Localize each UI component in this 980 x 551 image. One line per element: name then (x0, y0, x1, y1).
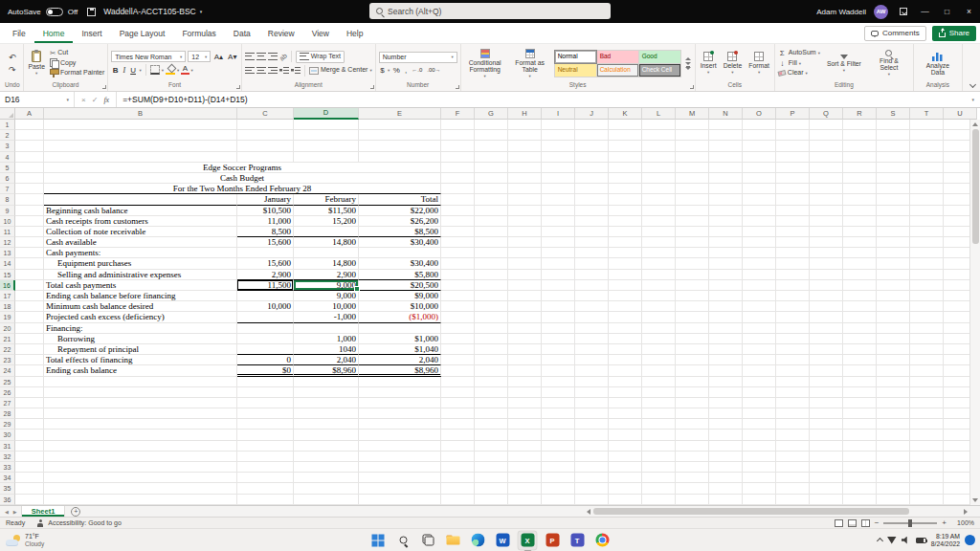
gallery-up-icon[interactable] (685, 57, 691, 60)
cell-f27[interactable] (441, 398, 475, 408)
cell-f13[interactable] (441, 248, 475, 258)
cell-e20[interactable] (359, 323, 441, 334)
cell-m16[interactable] (676, 280, 709, 291)
cell-c4[interactable] (237, 152, 294, 163)
cell-a9[interactable] (15, 206, 44, 216)
cell-g25[interactable] (475, 377, 508, 387)
cell-a27[interactable] (15, 398, 44, 408)
cell-t17[interactable] (910, 291, 944, 301)
cell-h21[interactable] (508, 334, 542, 344)
cell-a2[interactable] (15, 130, 44, 141)
budget-title-line-2[interactable]: Cash Budget (44, 173, 441, 184)
cell-p6[interactable] (776, 173, 810, 184)
cell-q4[interactable] (810, 152, 843, 163)
cell-o11[interactable] (743, 227, 776, 237)
new-sheet-button[interactable]: + (71, 507, 80, 517)
cell-j14[interactable] (575, 258, 609, 269)
cell-c31[interactable] (237, 441, 294, 452)
cell-m35[interactable] (676, 483, 709, 494)
cell-t26[interactable] (910, 387, 944, 398)
cell-s17[interactable] (877, 291, 910, 301)
cell-c24[interactable]: $0 (237, 365, 294, 376)
cell-a6[interactable] (15, 173, 44, 184)
cell-r30[interactable] (843, 430, 877, 440)
cell-k12[interactable] (609, 237, 642, 248)
cell-t4[interactable] (910, 152, 944, 163)
row-header-31[interactable]: 31 (0, 441, 15, 452)
cell-j23[interactable] (575, 355, 609, 365)
cell-k11[interactable] (609, 227, 642, 237)
row-header-4[interactable]: 4 (0, 152, 15, 163)
cell-f29[interactable] (441, 419, 475, 430)
row-header-34[interactable]: 34 (0, 473, 15, 483)
cell-o14[interactable] (743, 258, 776, 269)
cell-g6[interactable] (475, 173, 508, 184)
column-header-l[interactable]: L (642, 108, 676, 120)
cell-r21[interactable] (843, 334, 877, 344)
vertical-scrollbar[interactable] (969, 120, 980, 505)
cell-k19[interactable] (609, 312, 642, 322)
format-as-table-button[interactable]: Format as Table ▾ (509, 49, 551, 78)
insert-function-button[interactable]: fx (103, 96, 109, 104)
cell-r32[interactable] (843, 452, 877, 462)
cell-h11[interactable] (508, 227, 542, 237)
cell-t30[interactable] (910, 430, 944, 440)
cell-a16[interactable] (15, 280, 44, 291)
cell-b24[interactable]: Ending cash balance (44, 365, 237, 376)
cell-i5[interactable] (542, 163, 575, 173)
cell-o18[interactable] (743, 301, 776, 312)
cell-p32[interactable] (776, 452, 810, 462)
cell-l17[interactable] (642, 291, 676, 301)
cell-g8[interactable] (475, 194, 508, 205)
cell-i2[interactable] (542, 130, 575, 141)
column-header-h[interactable]: H (508, 108, 542, 120)
cell-p18[interactable] (776, 301, 810, 312)
cell-e3[interactable] (359, 141, 441, 151)
cell-j6[interactable] (575, 173, 609, 184)
cell-p9[interactable] (776, 206, 810, 216)
cell-l22[interactable] (642, 344, 676, 355)
cell-k33[interactable] (609, 462, 642, 473)
cell-d11[interactable] (294, 227, 359, 237)
task-view-taskbar-icon[interactable] (418, 530, 438, 550)
cell-o30[interactable] (743, 430, 776, 440)
cell-m13[interactable] (676, 248, 709, 258)
cell-k20[interactable] (609, 323, 642, 334)
cell-j24[interactable] (575, 365, 609, 376)
cell-q20[interactable] (810, 323, 843, 334)
cell-h17[interactable] (508, 291, 542, 301)
cell-t27[interactable] (910, 398, 944, 408)
cell-l4[interactable] (642, 152, 676, 163)
cell-h35[interactable] (508, 483, 542, 494)
cell-e16[interactable]: $20,500 (359, 280, 441, 291)
cell-s20[interactable] (877, 323, 910, 334)
cell-f15[interactable] (441, 270, 475, 280)
cell-a24[interactable] (15, 365, 44, 376)
cell-style-calculation[interactable]: Calculation (597, 64, 638, 77)
cell-h15[interactable] (508, 270, 542, 280)
cell-h14[interactable] (508, 258, 542, 269)
accounting-format-button[interactable]: $ (379, 65, 386, 76)
cell-i16[interactable] (542, 280, 575, 291)
cell-n7[interactable] (709, 184, 743, 194)
cell-b13[interactable]: Cash payments: (44, 248, 237, 258)
cell-n11[interactable] (709, 227, 743, 237)
cell-s11[interactable] (877, 227, 910, 237)
cell-d23[interactable]: 2,040 (294, 355, 359, 365)
cell-c15[interactable]: 2,900 (237, 270, 294, 280)
cell-j5[interactable] (575, 163, 609, 173)
cell-c19[interactable] (237, 312, 294, 322)
cell-h6[interactable] (508, 173, 542, 184)
cell-a31[interactable] (15, 441, 44, 452)
cell-r1[interactable] (843, 120, 877, 130)
cell-k26[interactable] (609, 387, 642, 398)
cell-m5[interactable] (676, 163, 709, 173)
row-header-8[interactable]: 8 (0, 194, 15, 205)
cell-c18[interactable]: 10,000 (237, 301, 294, 312)
cell-k32[interactable] (609, 452, 642, 462)
column-header-k[interactable]: K (609, 108, 642, 120)
tab-formulas[interactable]: Formulas (173, 23, 224, 43)
cell-c10[interactable]: 11,000 (237, 216, 294, 227)
cell-d2[interactable] (294, 130, 359, 141)
cell-j21[interactable] (575, 334, 609, 344)
